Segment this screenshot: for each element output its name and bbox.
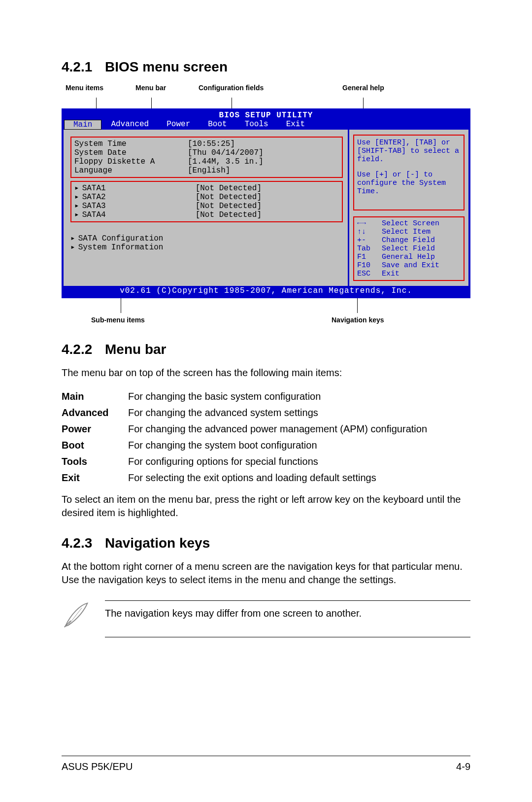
table-row: AdvancedFor changing the advanced system… [62,405,470,421]
heading-421: 4.2.1BIOS menu screen [62,59,470,75]
table-row: MainFor changing the basic system config… [62,388,470,405]
submenu-item[interactable]: SATA3[Not Detected] [74,202,339,210]
bios-tab-advanced[interactable]: Advanced [102,120,158,130]
menu-bar-intro: The menu bar on top of the screen has th… [62,366,470,380]
callout-menu-items: Menu items [66,84,103,92]
heading-422: 4.2.2Menu bar [62,342,470,357]
menu-item[interactable]: Floppy Diskette A[1.44M, 3.5 in.] [74,157,339,166]
bios-tab-main[interactable]: Main [64,120,101,130]
menu-bar-table: MainFor changing the basic system config… [62,388,470,486]
bios-right-pane: Use [ENTER], [TAB] or [SHIFT-TAB] to sel… [348,130,468,286]
submenu-item[interactable]: System Information [70,243,343,252]
menu-item[interactable]: System Time[10:55:25] [74,139,339,148]
callout-lines-top [62,98,470,108]
bios-nav-keys: ←→Select Screen ↑↓Select Item +-Change F… [353,216,465,281]
callout-labels-top: Menu items Menu bar Configuration fields… [62,84,470,98]
page-footer: ASUS P5K/EPU 4-9 [62,756,470,772]
bios-group-basic: System Time[10:55:25] System Date[Thu 04… [70,137,343,178]
bios-left-pane: System Time[10:55:25] System Date[Thu 04… [64,130,348,286]
submenu-item[interactable]: SATA4[Not Detected] [74,210,339,219]
bios-tab-bar: Main Advanced Power Boot Tools Exit [64,120,468,130]
bios-group-submenus: SATA Configuration System Information [70,234,343,252]
nav-key-row: F1General Help [357,253,461,261]
bios-title: BIOS SETUP UTILITY [64,110,468,120]
table-row: PowerFor changing the advanced power man… [62,421,470,437]
bios-footer: v02.61 (C)Copyright 1985-2007, American … [64,286,468,296]
nav-key-row: +-Change Field [357,236,461,244]
heading-423: 4.2.3Navigation keys [62,535,470,551]
menu-bar-outro: To select an item on the menu bar, press… [62,493,470,520]
callout-navigation-keys: Navigation keys [332,316,384,324]
callout-submenu-items: Sub-menu items [91,316,145,324]
bios-group-sata: SATA1[Not Detected] SATA2[Not Detected] … [70,181,343,222]
callout-menu-bar: Menu bar [135,84,166,92]
table-row: BootFor changing the system boot configu… [62,437,470,453]
bios-tab-boot[interactable]: Boot [199,120,235,130]
nav-key-row: ESCExit [357,270,461,278]
callout-labels-bottom: Sub-menu items Navigation keys [62,316,470,326]
submenu-item[interactable]: SATA2[Not Detected] [74,193,339,202]
table-row: ExitFor selecting the exit options and l… [62,470,470,486]
note-block: The navigation keys may differ from one … [62,600,470,637]
bios-tab-tools[interactable]: Tools [236,120,277,130]
callout-config-fields: Configuration fields [199,84,264,92]
callout-general-help: General help [342,84,384,92]
table-row: ToolsFor configuring options for special… [62,453,470,470]
nav-keys-body: At the bottom right corner of a menu scr… [62,560,470,587]
bios-tab-power[interactable]: Power [158,120,199,130]
footer-product: ASUS P5K/EPU [62,761,133,772]
callout-lines-bottom [62,298,470,313]
menu-item[interactable]: System Date[Thu 04/14/2007] [74,148,339,157]
nav-key-row: ↑↓Select Item [357,228,461,236]
menu-item[interactable]: Language[English] [74,166,339,175]
submenu-item[interactable]: SATA Configuration [70,234,343,243]
submenu-item[interactable]: SATA1[Not Detected] [74,184,339,193]
bios-screenshot: BIOS SETUP UTILITY Main Advanced Power B… [62,108,470,298]
note-text: The navigation keys may differ from one … [105,600,470,637]
nav-key-row: ←→Select Screen [357,219,461,228]
nav-key-row: TabSelect Field [357,244,461,253]
bios-tab-exit[interactable]: Exit [277,120,314,130]
footer-page-number: 4-9 [456,761,470,772]
bios-help-text: Use [ENTER], [TAB] or [SHIFT-TAB] to sel… [353,135,465,210]
quill-icon [62,600,91,630]
nav-key-row: F10Save and Exit [357,261,461,270]
